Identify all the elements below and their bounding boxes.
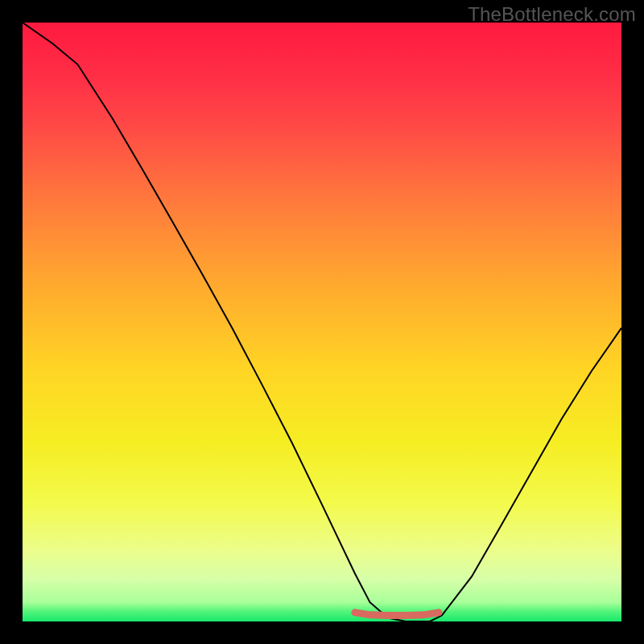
watermark-text: TheBottleneck.com <box>468 3 636 26</box>
gradient-background <box>23 23 621 621</box>
plot-area <box>23 23 621 621</box>
bottleneck-chart <box>23 23 621 621</box>
chart-frame: TheBottleneck.com <box>0 0 644 644</box>
optimal-zone-marker <box>355 613 439 616</box>
